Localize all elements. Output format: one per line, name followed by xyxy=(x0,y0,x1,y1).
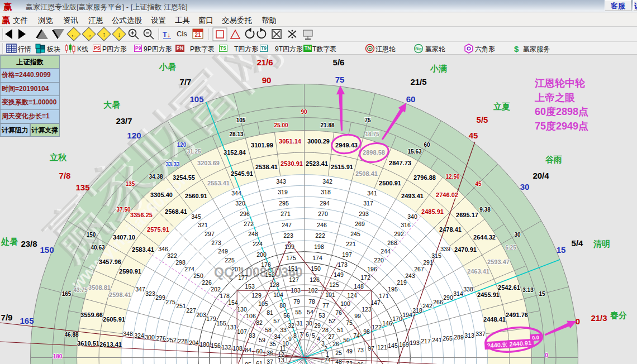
svg-text:0: 0 xyxy=(545,352,548,358)
svg-text:105: 105 xyxy=(236,117,246,123)
svg-text:18.75: 18.75 xyxy=(365,131,379,137)
svg-text:242: 242 xyxy=(422,303,432,309)
svg-text:345: 345 xyxy=(191,213,201,220)
svg-text:54: 54 xyxy=(307,309,313,315)
svg-text:49: 49 xyxy=(346,348,353,355)
svg-text:203: 203 xyxy=(196,312,206,318)
svg-text:220: 220 xyxy=(374,257,384,264)
svg-text:299: 299 xyxy=(155,294,165,301)
svg-text:102: 102 xyxy=(308,287,318,294)
svg-text:79: 79 xyxy=(293,298,300,305)
svg-text:176: 176 xyxy=(261,261,271,268)
svg-text:2515.91: 2515.91 xyxy=(331,164,353,170)
svg-text:2949.43: 2949.43 xyxy=(335,142,358,149)
svg-text:3559.66: 3559.66 xyxy=(80,312,103,318)
svg-text:2: 2 xyxy=(324,345,327,352)
svg-text:15: 15 xyxy=(557,245,566,255)
svg-text:131: 131 xyxy=(227,324,237,331)
svg-text:202: 202 xyxy=(211,286,221,293)
svg-text:128: 128 xyxy=(269,281,279,288)
svg-text:60: 60 xyxy=(406,94,416,104)
svg-text:73: 73 xyxy=(357,347,364,353)
svg-text:77: 77 xyxy=(322,302,329,309)
svg-text:151: 151 xyxy=(288,265,298,272)
svg-text:313: 313 xyxy=(464,332,474,339)
svg-text:108: 108 xyxy=(232,345,243,352)
svg-text:90: 90 xyxy=(301,109,307,115)
svg-text:127: 127 xyxy=(289,276,299,283)
svg-text:103: 103 xyxy=(291,287,301,294)
svg-text:3610.51: 3610.51 xyxy=(77,340,99,347)
svg-text:241: 241 xyxy=(432,337,442,343)
svg-text:315: 315 xyxy=(431,252,441,259)
svg-text:246: 246 xyxy=(317,222,327,228)
svg-text:121: 121 xyxy=(377,344,387,351)
svg-text:4: 4 xyxy=(317,336,320,342)
svg-text:297: 297 xyxy=(205,231,215,237)
svg-text:2530.91: 2530.91 xyxy=(281,160,303,167)
svg-text:8: 8 xyxy=(293,332,297,339)
svg-text:小暑: 小暑 xyxy=(159,62,176,71)
svg-text:271: 271 xyxy=(281,210,291,217)
svg-text:31.25: 31.25 xyxy=(187,149,201,155)
svg-text:2500.91: 2500.91 xyxy=(379,180,401,186)
svg-text:120: 120 xyxy=(177,142,187,148)
svg-text:59: 59 xyxy=(259,337,265,343)
svg-text:343: 343 xyxy=(276,178,286,185)
svg-text:江恩轮中轮: 江恩轮中轮 xyxy=(534,78,586,89)
svg-text:147: 147 xyxy=(370,299,381,306)
svg-text:84: 84 xyxy=(245,347,251,353)
svg-text:31: 31 xyxy=(296,320,303,327)
svg-text:217: 217 xyxy=(421,338,431,344)
svg-text:5/5: 5/5 xyxy=(477,115,488,124)
svg-text:2575.91: 2575.91 xyxy=(147,226,169,233)
svg-text:74: 74 xyxy=(353,332,360,339)
svg-text:5/6: 5/6 xyxy=(333,58,345,67)
svg-text:12.50: 12.50 xyxy=(445,174,459,180)
svg-text:3457.96: 3457.96 xyxy=(99,258,121,265)
svg-text:135: 135 xyxy=(75,183,89,192)
svg-text:135: 135 xyxy=(126,181,135,187)
svg-text:2448.41: 2448.41 xyxy=(483,316,506,323)
svg-text:2598.41: 2598.41 xyxy=(109,291,131,298)
svg-text:2695.17: 2695.17 xyxy=(456,212,478,218)
svg-text:小满: 小满 xyxy=(430,64,447,73)
svg-text:99: 99 xyxy=(354,313,361,319)
svg-text:15.63: 15.63 xyxy=(407,149,421,155)
svg-text:61: 61 xyxy=(256,360,263,364)
svg-text:23/7: 23/7 xyxy=(116,116,132,126)
svg-text:→: → xyxy=(85,31,92,39)
svg-text:21/3: 21/3 xyxy=(591,313,607,323)
svg-text:154: 154 xyxy=(228,299,238,306)
svg-text:清明: 清明 xyxy=(593,239,610,248)
svg-text:2470.91: 2470.91 xyxy=(454,246,477,253)
svg-text:120: 120 xyxy=(127,131,141,140)
svg-text:293: 293 xyxy=(359,210,369,217)
svg-text:21/5: 21/5 xyxy=(410,77,426,87)
svg-text:197: 197 xyxy=(342,251,352,258)
svg-text:267: 267 xyxy=(414,266,424,272)
svg-text:27: 27 xyxy=(328,333,335,340)
svg-text:274: 274 xyxy=(184,266,194,272)
svg-text:↑: ↑ xyxy=(102,31,106,39)
svg-text:222: 222 xyxy=(315,232,325,239)
svg-text:170: 170 xyxy=(392,315,402,322)
svg-text:100: 100 xyxy=(340,300,350,307)
svg-text:294: 294 xyxy=(320,200,330,207)
svg-text:165: 165 xyxy=(20,316,34,325)
svg-text:194: 194 xyxy=(402,312,412,318)
svg-text:3508.81: 3508.81 xyxy=(88,284,111,291)
svg-text:290: 290 xyxy=(443,294,453,301)
svg-text:106: 106 xyxy=(246,313,256,319)
svg-text:270: 270 xyxy=(318,210,328,217)
svg-text:129: 129 xyxy=(251,292,262,299)
svg-text:97: 97 xyxy=(368,345,374,352)
svg-text:268: 268 xyxy=(387,240,397,246)
svg-text:0.0: 0.0 xyxy=(532,334,539,341)
svg-text:193: 193 xyxy=(410,339,420,346)
svg-text:265: 265 xyxy=(443,335,453,342)
svg-text:324: 324 xyxy=(134,332,144,339)
svg-text:126: 126 xyxy=(310,276,320,283)
svg-text:6.25: 6.25 xyxy=(505,245,516,251)
svg-text:252: 252 xyxy=(167,337,177,343)
